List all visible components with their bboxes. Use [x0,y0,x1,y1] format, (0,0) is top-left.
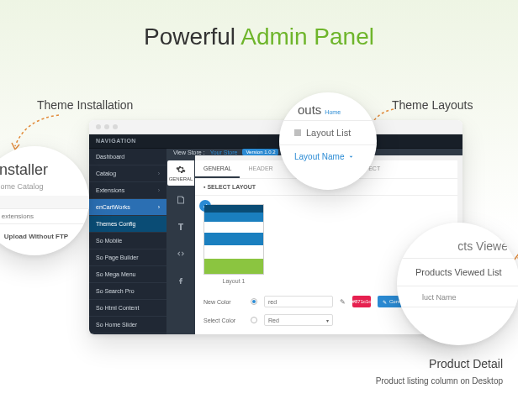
traffic-light-dot [96,124,101,129]
layout-thumb: ✓ [204,204,264,275]
square-icon [294,129,301,136]
mag-layouts-dropdown[interactable]: Layout Name [279,145,377,161]
facebook-icon [176,276,186,286]
sidebar-item-catalog[interactable]: Catalog› [89,165,166,182]
color-swatch[interactable]: #871c1c [352,296,371,307]
sidebar-item-so-newsletter[interactable]: So Newsletter [89,333,166,334]
mag-products-list: Products Viewed List [397,259,518,286]
gear-icon [176,165,186,175]
sidebar-item-so-page-builder[interactable]: So Page Builder [89,249,166,266]
select-color[interactable]: Red ▾ [264,314,333,326]
chevron-down-icon: ▾ [326,318,329,323]
topbar-view-store: View Store : [173,150,205,155]
vtab-general[interactable]: GENERAL [167,160,194,186]
sidebar-item-themes-config[interactable]: Themes Config [89,216,166,233]
label-new-color: New Color [204,299,244,305]
version-badge: Version 1.0.2 [242,149,278,155]
magnifier-layouts: outsHome Layout List Layout Name [279,92,377,190]
layout-caption: Layout 1 [204,278,264,284]
label-theme-layouts: Theme Layouts [392,98,473,112]
magnifier-installer: Installer Home Catalog our extensions Up… [0,146,89,255]
mag-layouts-list: Layout List [279,121,377,144]
htab-general[interactable]: GENERAL [195,160,240,178]
mag-products-title: cts Viewe [397,239,518,253]
topbar-store-name[interactable]: Your Store [210,150,238,155]
vtab-page[interactable] [167,187,194,213]
code-icon [176,249,186,259]
htab-header[interactable]: HEADER [240,160,281,178]
sidebar-item-extensions[interactable]: Extensions› [89,182,166,199]
label-theme-installation: Theme Installation [37,98,133,112]
mag-installer-sub: Home Catalog [0,181,89,196]
check-icon: ✓ [199,200,211,212]
label-product-detail-sub: Product listing column on Desktop [352,376,503,386]
mag-installer-msg: Upload Without FTP [0,224,89,250]
chevron-right-icon: › [158,187,160,193]
layout-card[interactable]: ✓ Layout 1 [204,204,264,284]
mag-installer-title: Installer [0,161,89,181]
mag-installer-row: our extensions [0,209,89,224]
label-select-color: Select Color [204,318,244,323]
chevron-down-icon [347,153,355,160]
vtab-code[interactable] [167,241,194,266]
vtab-social[interactable] [167,268,194,293]
font-icon [176,222,186,232]
magnifier-products: cts Viewe Products Viewed List luct Name [397,223,518,345]
window-titlebar [89,120,462,134]
sidebar-item-so-mobile[interactable]: So Mobile [89,233,166,249]
title-accent: Admin Panel [240,24,374,50]
pencil-icon[interactable]: ✎ [340,298,346,306]
sidebar-item-dashboard[interactable]: Dashboard [89,149,166,165]
mag-layouts-title: outsHome [279,102,377,117]
vtab-font[interactable] [167,214,194,239]
sidebar-item-so-search-pro[interactable]: So Search Pro [89,283,166,300]
title-pre: Powerful [144,24,240,50]
mag-products-row: luct Name [397,286,518,302]
label-product-detail: Product Detail [385,357,503,370]
sidebar-item-so-mega-menu[interactable]: So Mega Menu [89,266,166,283]
traffic-light-dot [104,124,109,129]
vertical-tabs: GENERAL [166,155,195,334]
chevron-right-icon: › [158,171,160,176]
radio-new-color[interactable] [251,298,257,305]
radio-select-color[interactable] [251,317,257,323]
sidebar-item-encartworks[interactable]: enCartWorks› [89,199,166,216]
sidebar-item-so-home-slider[interactable]: So Home Slider [89,317,166,333]
chevron-right-icon: › [158,204,160,210]
pencil-icon: ✎ [383,299,387,305]
sidebar-item-so-html-content[interactable]: So Html Content [89,300,166,317]
traffic-light-dot [113,124,118,129]
page-icon [176,195,186,205]
page-title: Powerful Admin Panel [0,0,518,50]
nav-header: NAVIGATION [89,134,462,149]
input-new-color[interactable]: red [264,296,333,307]
sidebar: Dashboard Catalog› Extensions› enCartWor… [89,149,166,334]
